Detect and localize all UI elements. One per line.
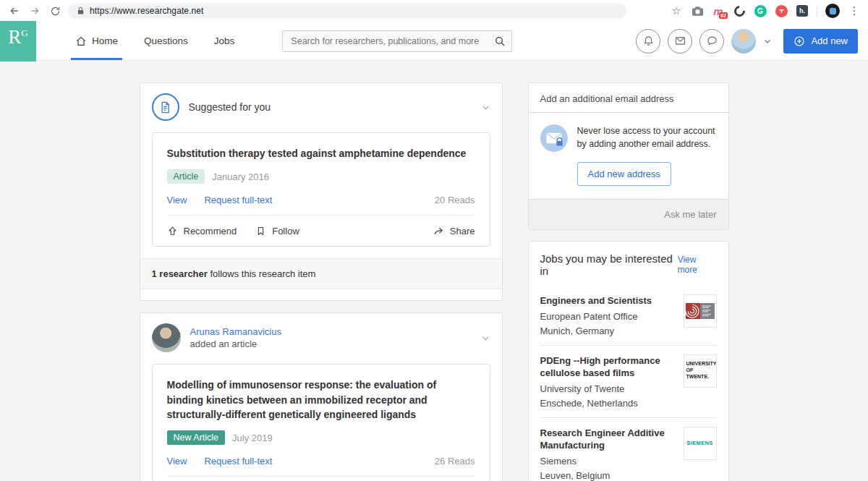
- feed-card-header: Suggested for you: [140, 83, 502, 131]
- browser-profile-avatar[interactable]: [825, 4, 840, 18]
- links-row: View Request full-text 26 Reads: [167, 456, 475, 467]
- reads-count: 26 Reads: [435, 456, 475, 467]
- notifications-button[interactable]: [636, 29, 660, 54]
- sidebar-column: Add an additional email address Never lo…: [528, 82, 729, 481]
- author-action-label: added an article: [190, 339, 281, 349]
- app-header: RG Home Questions Jobs: [0, 22, 868, 61]
- plus-circle-icon: [793, 35, 805, 47]
- page-content: Suggested for you Substitution therapy t…: [140, 82, 729, 481]
- view-link[interactable]: View: [167, 456, 187, 467]
- view-more-link[interactable]: View more: [678, 255, 717, 275]
- email-card-body: Never lose access to your account by add…: [577, 124, 717, 152]
- screen: https://www.researchgate.net ☆ m 62 G h.: [0, 0, 868, 481]
- h-extension-icon[interactable]: h.: [796, 4, 809, 17]
- badge-row: Article January 2016: [167, 169, 475, 184]
- author-avatar[interactable]: [152, 323, 181, 352]
- follow-button[interactable]: Follow: [255, 226, 299, 237]
- jobs-card-title: Jobs you may be interested in: [540, 252, 678, 277]
- nav-home[interactable]: Home: [62, 22, 131, 60]
- bell-icon: [642, 35, 655, 47]
- search-input[interactable]: [282, 30, 512, 52]
- actions-row: Recommend Follow Share: [167, 476, 475, 481]
- url-text: https://www.researchgate.net: [90, 6, 204, 16]
- research-item: Substitution therapy tested against amph…: [152, 132, 490, 247]
- kebab-menu-icon[interactable]: ⋮: [848, 4, 861, 17]
- spiral-extension-icon[interactable]: [733, 4, 746, 17]
- badge-row: New Article July 2019: [167, 430, 475, 445]
- feed-card-footer: 1 researcher follows this research item: [140, 258, 502, 289]
- grammarly-extension-icon[interactable]: G: [754, 4, 767, 17]
- reads-count: 20 Reads: [435, 195, 475, 205]
- card-chevron-down-icon[interactable]: [481, 333, 490, 343]
- item-date: January 2016: [212, 171, 269, 182]
- divider: [817, 5, 817, 17]
- item-date: July 2019: [232, 433, 273, 443]
- email-card: Add an additional email address Never lo…: [528, 82, 729, 230]
- suggested-document-icon: [152, 93, 179, 121]
- feed-card-suggested: Suggested for you Substitution therapy t…: [140, 82, 503, 301]
- share-arrow-icon: [433, 225, 444, 237]
- item-type-badge: Article: [167, 169, 205, 184]
- share-button[interactable]: Share: [433, 225, 475, 237]
- view-link[interactable]: View: [167, 195, 187, 205]
- home-icon: [75, 35, 87, 47]
- main-nav: Home Questions Jobs: [62, 22, 247, 60]
- bookmark-icon: [255, 226, 266, 237]
- links-row: View Request full-text 20 Reads: [167, 195, 475, 205]
- jobs-card: Jobs you may be interested in View more …: [528, 241, 729, 481]
- research-item-title[interactable]: Modelling of immunosensor response: the …: [167, 378, 475, 422]
- university-of-twente-logo: UNIVERSITY OF TWENTE.: [684, 354, 717, 388]
- arrow-up-icon: [167, 226, 178, 237]
- search-icon[interactable]: [494, 35, 506, 47]
- author-name-link[interactable]: Arunas Ramanavicius: [190, 326, 281, 337]
- messages-button[interactable]: [668, 29, 692, 54]
- profile-chevron-down-icon[interactable]: [763, 37, 772, 46]
- url-bar[interactable]: https://www.researchgate.net: [68, 3, 626, 19]
- email-card-title: Add an additional email address: [529, 83, 728, 113]
- research-item: Modelling of immunosensor response: the …: [152, 364, 490, 481]
- browser-chrome: https://www.researchgate.net ☆ m 62 G h.: [0, 0, 868, 22]
- lock-icon: [77, 7, 85, 15]
- speech-bubble-icon: [706, 35, 718, 47]
- job-row[interactable]: Research Engineer Additive Manufacturing…: [540, 417, 717, 481]
- add-new-button[interactable]: Add new: [783, 29, 858, 54]
- recommend-button[interactable]: Recommend: [167, 226, 237, 237]
- add-new-address-button[interactable]: Add new address: [577, 162, 671, 186]
- back-icon[interactable]: [7, 4, 22, 18]
- research-item-title[interactable]: Substitution therapy tested against amph…: [167, 146, 475, 161]
- researchgate-logo[interactable]: RG: [0, 21, 36, 61]
- metrics-extension-icon[interactable]: m 62: [712, 4, 725, 17]
- siemens-logo: SIEMENS: [684, 427, 717, 460]
- actions-row: Recommend Follow Share: [167, 215, 475, 246]
- ask-me-later-link[interactable]: Ask me later: [664, 209, 716, 220]
- forward-icon[interactable]: [27, 4, 42, 18]
- card-chevron-down-icon[interactable]: [481, 103, 490, 112]
- job-row[interactable]: PDEng --High performance cellulose based…: [540, 345, 717, 417]
- nav-jobs[interactable]: Jobs: [201, 22, 248, 60]
- bookmark-star-icon[interactable]: ☆: [670, 4, 683, 17]
- reload-icon[interactable]: [48, 4, 62, 18]
- camera-extension-icon[interactable]: [691, 4, 704, 17]
- feed-source-label: Suggested for you: [189, 101, 271, 113]
- feed-column: Suggested for you Substitution therapy t…: [140, 82, 503, 481]
- nav-questions[interactable]: Questions: [131, 22, 201, 60]
- browser-extensions: ☆ m 62 G h. ⋮: [670, 4, 861, 18]
- feed-card-author: Arunas Ramanavicius added an article Mod…: [140, 312, 503, 481]
- qa-button[interactable]: [699, 29, 724, 54]
- profile-avatar[interactable]: [731, 29, 756, 54]
- envelope-icon: [674, 35, 686, 47]
- search-bar: [282, 30, 512, 52]
- feed-card-header: Arunas Ramanavicius added an article: [140, 313, 502, 362]
- extension-badge: 62: [719, 12, 728, 19]
- request-fulltext-link[interactable]: Request full-text: [204, 195, 272, 205]
- epo-logo: [684, 294, 717, 328]
- envelope-lock-icon: [540, 124, 568, 152]
- red-extension-icon[interactable]: [775, 4, 788, 17]
- header-actions: Add new: [636, 29, 868, 54]
- item-type-badge: New Article: [167, 430, 226, 445]
- request-fulltext-link[interactable]: Request full-text: [204, 456, 272, 467]
- job-row[interactable]: Engineers and Scientists European Patent…: [540, 286, 717, 345]
